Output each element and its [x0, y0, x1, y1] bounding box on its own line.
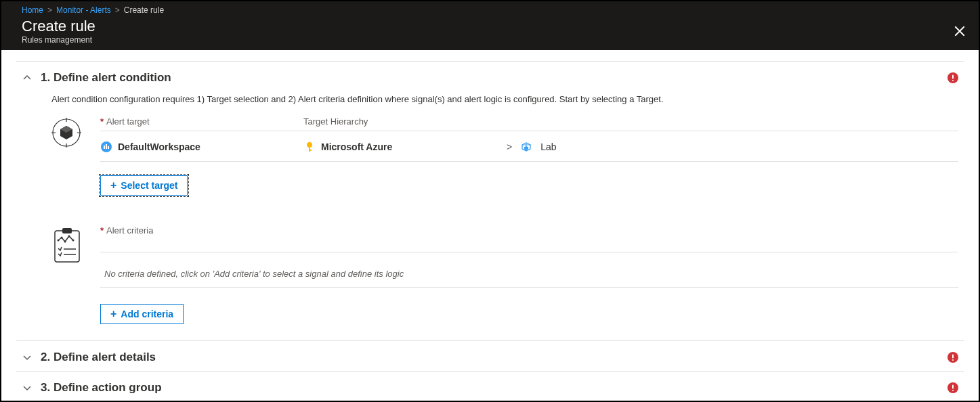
breadcrumb: Home > Monitor - Alerts > Create rule	[1, 1, 979, 16]
target-workspace[interactable]: DefaultWorkspace	[100, 141, 303, 153]
target-resource-group: > Lab	[507, 141, 557, 153]
error-icon	[947, 382, 958, 393]
key-icon	[303, 141, 316, 153]
svg-rect-11	[55, 231, 79, 262]
svg-rect-20	[952, 359, 954, 361]
close-icon	[954, 25, 966, 37]
error-icon	[947, 352, 958, 363]
svg-point-14	[61, 237, 63, 239]
target-hierarchy-label: Target Hierarchy	[303, 116, 958, 127]
target-subscription: Microsoft Azure	[303, 141, 507, 153]
section-1-title: 1. Define alert condition	[41, 71, 947, 85]
plus-icon: +	[110, 309, 116, 319]
section-3-title: 3. Define action group	[41, 381, 947, 395]
target-icon	[51, 116, 89, 148]
target-row: DefaultWorkspace Microsoft Azure > Lab	[100, 138, 958, 162]
svg-rect-5	[104, 146, 105, 149]
page-title: Create rule	[22, 18, 965, 35]
svg-point-15	[64, 241, 66, 243]
section-1-header[interactable]: 1. Define alert condition	[16, 62, 964, 91]
condition-description: Alert condition configuration requires 1…	[51, 94, 958, 104]
resource-group-icon	[520, 141, 532, 153]
chevron-right-icon: >	[115, 5, 120, 15]
chevron-right-icon: >	[507, 141, 512, 152]
svg-rect-6	[106, 144, 107, 149]
alert-criteria-label: *Alert criteria	[100, 225, 153, 236]
alert-target-label: *Alert target	[100, 116, 303, 127]
chevron-down-icon	[22, 352, 33, 363]
svg-point-13	[58, 240, 60, 242]
select-target-button[interactable]: + Select target	[100, 175, 188, 196]
section-3-header[interactable]: 3. Define action group	[16, 372, 964, 401]
breadcrumb-monitor-alerts[interactable]: Monitor - Alerts	[56, 5, 111, 15]
error-icon	[947, 72, 958, 83]
workspace-icon	[100, 141, 112, 153]
chevron-down-icon	[22, 382, 33, 393]
plus-icon: +	[110, 180, 116, 191]
svg-rect-2	[952, 80, 954, 81]
criteria-icon	[51, 225, 89, 265]
svg-rect-19	[952, 355, 954, 359]
svg-rect-10	[309, 150, 312, 151]
section-2-title: 2. Define alert details	[41, 351, 947, 364]
breadcrumb-home[interactable]: Home	[22, 5, 43, 15]
chevron-up-icon	[22, 72, 33, 83]
svg-point-16	[68, 236, 70, 238]
chevron-right-icon: >	[47, 5, 52, 15]
svg-rect-23	[952, 390, 954, 391]
close-button[interactable]	[952, 23, 968, 39]
svg-rect-22	[952, 385, 954, 389]
svg-point-17	[72, 240, 74, 242]
add-criteria-button[interactable]: + Add criteria	[100, 304, 184, 324]
section-2-header[interactable]: 2. Define alert details	[16, 341, 964, 371]
svg-rect-12	[62, 228, 72, 233]
svg-rect-7	[108, 146, 109, 149]
page-subtitle: Rules management	[22, 35, 965, 45]
svg-point-8	[307, 142, 312, 148]
svg-rect-1	[952, 75, 954, 79]
breadcrumb-current: Create rule	[124, 5, 164, 15]
no-criteria-message: No criteria defined, click on 'Add crite…	[100, 259, 958, 287]
